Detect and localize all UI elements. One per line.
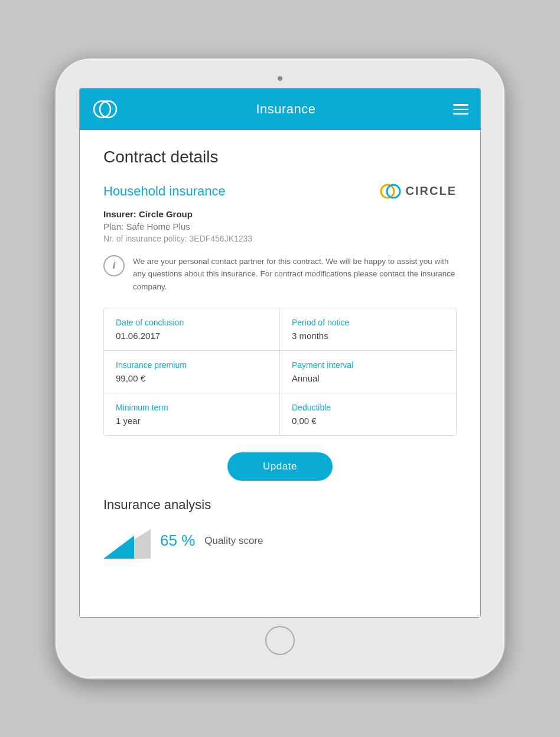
tablet-screen: Insurance Contract details Household ins… [79, 88, 481, 618]
cell-minimum-term: Minimum term 1 year [104, 393, 280, 435]
info-text: We are your personal contact partner for… [133, 255, 457, 294]
menu-line-3 [453, 113, 468, 115]
cell-payment-interval: Payment interval Annual [280, 351, 456, 393]
details-grid: Date of conclusion 01.06.2017 Period of … [103, 308, 457, 436]
info-box: i We are your personal contact partner f… [103, 255, 457, 294]
cell-label-interval: Payment interval [292, 360, 444, 370]
cell-value-date: 01.06.2017 [116, 331, 268, 341]
cell-label-deductible: Deductible [292, 403, 444, 412]
header-title: Insurance [256, 102, 315, 117]
cell-insurance-premium: Insurance premium 99,00 € [104, 351, 280, 393]
cell-period-of-notice: Period of notice 3 months [280, 308, 456, 350]
cell-label-term: Minimum term [116, 403, 268, 412]
menu-line-2 [453, 109, 468, 110]
circle-brand: CIRCLE [380, 181, 457, 202]
menu-button[interactable] [453, 104, 468, 115]
cell-deductible: Deductible 0,00 € [280, 393, 456, 435]
quality-percent: 65 % [160, 531, 195, 550]
cell-value-deductible: 0,00 € [292, 416, 444, 426]
quality-label: Quality score [204, 535, 263, 547]
cell-value-notice: 3 months [292, 331, 444, 341]
tablet-camera [278, 76, 282, 81]
cell-label-premium: Insurance premium [116, 360, 268, 370]
svg-marker-5 [103, 536, 134, 559]
logo-icon [92, 96, 119, 123]
cell-label-date: Date of conclusion [116, 318, 268, 327]
insurer-name: Insurer: Circle Group [103, 209, 457, 219]
insurance-header: Household insurance CIRCLE [103, 181, 457, 202]
policy-number: Nr. of insurance policy: 3EDF456JK1233 [103, 234, 457, 243]
page-title: Contract details [103, 148, 457, 167]
brand-text: CIRCLE [406, 184, 457, 198]
tablet-home-button[interactable] [265, 626, 295, 655]
cell-value-interval: Annual [292, 373, 444, 383]
quality-row: 65 % Quality score [103, 523, 457, 559]
plan-name: Plan: Safe Home Plus [103, 221, 457, 231]
analysis-title: Insurance analysis [103, 497, 457, 513]
grid-row-3: Minimum term 1 year Deductible 0,00 € [104, 393, 456, 435]
info-icon: i [103, 255, 125, 276]
quality-chart [103, 523, 151, 559]
grid-row-1: Date of conclusion 01.06.2017 Period of … [104, 308, 456, 351]
menu-line-1 [453, 104, 468, 106]
grid-row-2: Insurance premium 99,00 € Payment interv… [104, 351, 456, 393]
app-header: Insurance [80, 89, 480, 130]
cell-value-term: 1 year [116, 416, 268, 426]
cell-label-notice: Period of notice [292, 318, 444, 327]
cell-date-of-conclusion: Date of conclusion 01.06.2017 [104, 308, 280, 350]
cell-value-premium: 99,00 € [116, 373, 268, 383]
circle-brand-icon [380, 181, 401, 202]
tablet-frame: Insurance Contract details Household ins… [56, 58, 504, 679]
update-button[interactable]: Update [227, 452, 333, 481]
header-logo [92, 96, 119, 123]
content-area: Contract details Household insurance CIR… [80, 130, 480, 617]
insurance-type: Household insurance [103, 184, 226, 199]
